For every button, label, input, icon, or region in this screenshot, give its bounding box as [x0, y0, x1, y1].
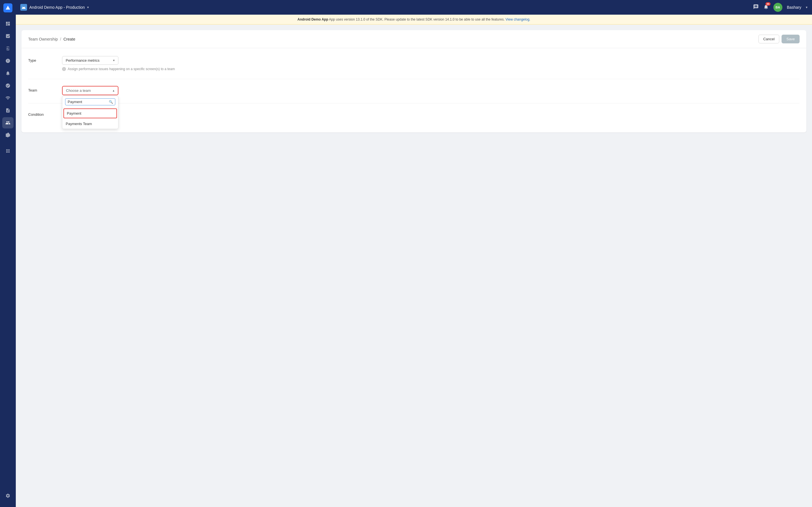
app-selector[interactable]: Android Demo App - Production ▾ [20, 4, 89, 11]
sidebar-settings-icon[interactable] [2, 490, 13, 501]
banner-app-name: Android Demo App [297, 17, 328, 21]
sidebar [0, 0, 16, 507]
team-row: Team Choose a team ▴ 🔍 [28, 86, 800, 95]
sidebar-item-alerts[interactable] [2, 68, 13, 79]
type-hint: i Assign performance issues happening on… [62, 67, 800, 71]
topbar-right: 35 BA Bashary ▾ [753, 3, 808, 12]
team-label: Team [28, 86, 62, 93]
type-select-value: Performance metrics [66, 58, 100, 62]
dropdown-item-payments-team[interactable]: Payments Team [62, 119, 118, 129]
user-name[interactable]: Bashary [787, 5, 801, 10]
app-icon [20, 4, 27, 11]
team-field: Choose a team ▴ 🔍 Payment [62, 86, 800, 95]
breadcrumb-parent[interactable]: Team Ownership [28, 37, 58, 41]
type-field: Performance metrics ▾ i Assign performan… [62, 56, 800, 71]
team-chevron-up: ▴ [113, 89, 114, 93]
page-content: Team Ownership / Create Cancel Save Type… [16, 24, 812, 507]
form-header: Team Ownership / Create Cancel Save [21, 30, 806, 48]
sidebar-item-logs[interactable] [2, 105, 13, 116]
dropdown-search-wrapper: 🔍 [65, 98, 115, 105]
sidebar-item-analytics[interactable] [2, 31, 13, 42]
topbar: Android Demo App - Production ▾ 35 BA Ba… [16, 0, 812, 15]
team-dropdown-panel: 🔍 Payment Payments Team [62, 96, 118, 129]
sdk-update-banner: Android Demo App App uses version 13.1.0… [16, 15, 812, 24]
user-avatar[interactable]: BA [773, 3, 782, 12]
form-body: Type Performance metrics ▾ i Assign perf… [21, 48, 806, 132]
team-placeholder: Choose a team [66, 89, 91, 93]
user-menu-chevron[interactable]: ▾ [806, 5, 808, 9]
form-divider [28, 79, 800, 79]
cancel-button[interactable]: Cancel [758, 35, 779, 43]
hint-icon: i [62, 67, 66, 71]
sidebar-item-profiler[interactable] [2, 80, 13, 91]
search-icon: 🔍 [109, 100, 113, 104]
condition-row: Condition [28, 110, 800, 117]
sidebar-item-reports[interactable] [2, 43, 13, 54]
sidebar-item-network[interactable] [2, 93, 13, 104]
dropdown-item-payment[interactable]: Payment [63, 108, 117, 118]
type-select-chevron: ▾ [113, 59, 115, 62]
sidebar-item-dashboard[interactable] [2, 18, 13, 29]
notifications-button[interactable]: 35 [763, 4, 769, 11]
type-hint-text: Assign performance issues happening on a… [68, 67, 175, 71]
app-name: Android Demo App - Production [29, 5, 85, 10]
type-label: Type [28, 56, 62, 62]
form-actions: Cancel Save [758, 35, 800, 43]
sidebar-item-issues[interactable] [2, 55, 13, 66]
breadcrumb-separator: / [60, 37, 61, 41]
sidebar-logo [3, 3, 12, 12]
main-content: Android Demo App - Production ▾ 35 BA Ba… [16, 0, 812, 507]
form-divider-2 [28, 103, 800, 103]
create-form-card: Team Ownership / Create Cancel Save Type… [21, 30, 806, 132]
sidebar-item-apps[interactable] [2, 145, 13, 157]
notification-count: 35 [765, 2, 770, 6]
banner-changelog-link[interactable]: View changelog. [506, 17, 530, 21]
type-row: Type Performance metrics ▾ i Assign perf… [28, 56, 800, 71]
sidebar-item-releases[interactable] [2, 129, 13, 141]
breadcrumb: Team Ownership / Create [28, 37, 75, 41]
save-button[interactable]: Save [781, 35, 800, 43]
banner-text: App uses version 13.1.0 of the SDK. Plea… [329, 17, 506, 21]
team-search-input[interactable] [65, 98, 115, 105]
type-select[interactable]: Performance metrics ▾ [62, 56, 118, 65]
breadcrumb-current: Create [63, 37, 75, 41]
app-dropdown-chevron[interactable]: ▾ [87, 5, 89, 9]
condition-label: Condition [28, 110, 62, 117]
team-select[interactable]: Choose a team ▴ [62, 86, 118, 95]
feedback-button[interactable] [753, 4, 759, 11]
dropdown-search-container: 🔍 [62, 96, 118, 108]
sidebar-item-teams[interactable] [2, 117, 13, 128]
